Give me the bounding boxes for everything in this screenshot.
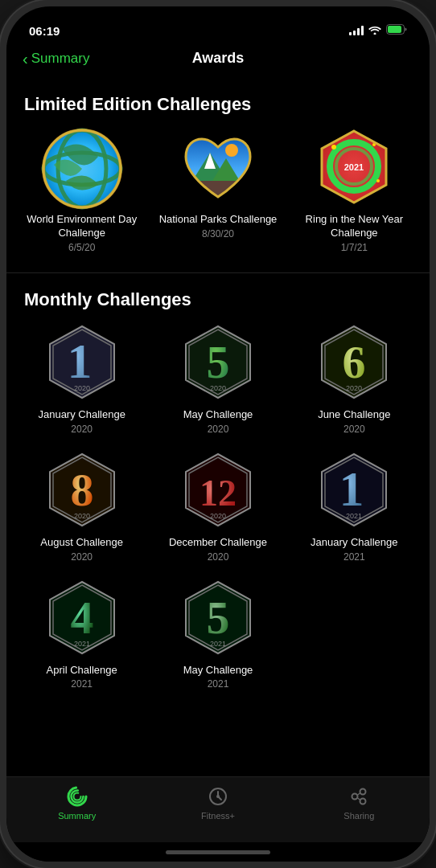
svg-point-65 bbox=[352, 794, 358, 800]
award-aug-2020-name: August Challenge bbox=[40, 536, 123, 550]
award-jan-2021[interactable]: 1 2021 January Challenge 2021 bbox=[290, 448, 418, 563]
back-label: Summary bbox=[31, 51, 90, 67]
svg-text:2021: 2021 bbox=[346, 512, 362, 520]
svg-line-68 bbox=[357, 793, 360, 796]
award-ring-new-year-date: 1/7/21 bbox=[341, 242, 368, 253]
svg-text:2021: 2021 bbox=[210, 640, 226, 648]
signal-bar-4 bbox=[361, 26, 364, 35]
svg-point-62 bbox=[73, 793, 80, 800]
award-may-2020-year: 2020 bbox=[208, 424, 229, 435]
phone-screen: 06:19 bbox=[6, 6, 430, 862]
monthly-awards-grid: 1 2020 January Challenge 2020 bbox=[6, 320, 430, 706]
award-national-parks[interactable]: National Parks Challenge 8/30/20 bbox=[154, 125, 282, 253]
home-indicator bbox=[6, 842, 430, 862]
award-may-2021-badge: 5 2021 bbox=[174, 575, 262, 664]
award-dec-2020-year: 2020 bbox=[208, 551, 229, 563]
sharing-tab-icon bbox=[348, 785, 370, 808]
svg-text:2020: 2020 bbox=[210, 512, 226, 520]
phone-frame: 06:19 bbox=[0, 0, 436, 868]
tab-fitness-plus[interactable]: Fitness+ bbox=[147, 785, 288, 821]
award-ring-new-year-name: Ring in the New Year Challenge bbox=[290, 213, 418, 240]
svg-text:2020: 2020 bbox=[74, 384, 90, 392]
award-world-env[interactable]: World Environment Day Challenge 6/5/20 bbox=[18, 125, 146, 253]
awards-scroll[interactable]: Limited Edition Challenges bbox=[6, 73, 430, 776]
signal-bar-3 bbox=[357, 28, 360, 35]
award-national-parks-badge bbox=[174, 125, 262, 213]
svg-point-16 bbox=[331, 145, 336, 149]
award-june-2020-name: June Challenge bbox=[318, 408, 390, 422]
award-aug-2020-badge: 8 2020 bbox=[38, 448, 126, 536]
limited-section-header: Limited Edition Challenges bbox=[6, 81, 430, 125]
signal-bar-2 bbox=[353, 31, 356, 35]
svg-text:2020: 2020 bbox=[346, 384, 362, 392]
status-icons bbox=[349, 24, 407, 37]
svg-text:8: 8 bbox=[70, 464, 93, 516]
award-aug-2020[interactable]: 8 2020 August Challenge 2020 bbox=[18, 448, 146, 563]
award-apr-2021-year: 2021 bbox=[71, 678, 93, 690]
award-jan-2020-name: January Challenge bbox=[38, 408, 125, 422]
notch bbox=[154, 6, 282, 31]
signal-bar-1 bbox=[349, 32, 352, 35]
screen: 06:19 bbox=[6, 6, 430, 862]
signal-icon bbox=[349, 26, 364, 35]
award-jan-2020-year: 2020 bbox=[71, 424, 93, 435]
award-dec-2020-name: December Challenge bbox=[169, 536, 267, 550]
section-divider bbox=[6, 272, 430, 273]
svg-text:5: 5 bbox=[206, 592, 229, 644]
award-jan-2020-badge: 1 2020 bbox=[38, 320, 126, 408]
svg-line-69 bbox=[357, 798, 360, 800]
award-may-2020[interactable]: 5 2020 May Challenge 2020 bbox=[154, 320, 282, 435]
svg-point-10 bbox=[225, 144, 238, 157]
tab-sharing-label: Sharing bbox=[343, 811, 374, 821]
tab-summary[interactable]: Summary bbox=[6, 785, 147, 821]
svg-text:12: 12 bbox=[199, 473, 237, 514]
nav-bar: ‹ Summary Awards bbox=[6, 45, 430, 73]
status-time: 06:19 bbox=[29, 24, 60, 38]
svg-text:2020: 2020 bbox=[74, 512, 90, 520]
award-may-2020-badge: 5 2020 bbox=[174, 320, 262, 408]
award-may-2021-year: 2021 bbox=[208, 678, 229, 690]
svg-text:2020: 2020 bbox=[210, 384, 226, 392]
award-jan-2021-year: 2021 bbox=[343, 551, 365, 563]
fitness-plus-tab-icon bbox=[207, 785, 229, 808]
summary-tab-icon bbox=[66, 785, 88, 808]
award-apr-2021-name: April Challenge bbox=[47, 664, 117, 678]
chevron-left-icon: ‹ bbox=[23, 51, 28, 67]
award-ring-new-year[interactable]: 2021 Ring in the New Year Challenge 1/7/… bbox=[290, 125, 418, 253]
award-dec-2020[interactable]: 12 2020 December Challenge 2020 bbox=[154, 448, 282, 563]
svg-point-18 bbox=[376, 179, 380, 182]
award-national-parks-date: 8/30/20 bbox=[202, 228, 234, 240]
award-jan-2021-badge: 1 2021 bbox=[310, 448, 398, 536]
svg-text:6: 6 bbox=[343, 336, 366, 388]
svg-point-67 bbox=[360, 799, 366, 805]
tab-fitness-plus-label: Fitness+ bbox=[201, 811, 235, 821]
award-national-parks-name: National Parks Challenge bbox=[159, 213, 278, 227]
svg-point-66 bbox=[360, 789, 366, 795]
svg-text:2021: 2021 bbox=[74, 640, 90, 648]
award-jan-2020[interactable]: 1 2020 January Challenge 2020 bbox=[18, 320, 146, 435]
award-apr-2021[interactable]: 4 2021 April Challenge 2021 bbox=[18, 575, 146, 690]
award-jan-2021-name: January Challenge bbox=[311, 536, 397, 550]
svg-point-64 bbox=[216, 795, 220, 798]
limited-awards-grid: World Environment Day Challenge 6/5/20 bbox=[6, 125, 430, 269]
battery-icon bbox=[386, 24, 407, 37]
award-world-env-name: World Environment Day Challenge bbox=[18, 213, 146, 240]
award-world-env-badge bbox=[38, 125, 126, 213]
back-button[interactable]: ‹ Summary bbox=[23, 51, 89, 67]
svg-rect-11 bbox=[186, 181, 250, 197]
monthly-section-header: Monthly Challenges bbox=[6, 276, 430, 320]
page-title: Awards bbox=[192, 50, 245, 67]
award-may-2020-name: May Challenge bbox=[183, 408, 253, 422]
svg-text:2021: 2021 bbox=[344, 162, 364, 172]
award-june-2020-year: 2020 bbox=[343, 424, 365, 435]
award-may-2021-name: May Challenge bbox=[183, 664, 253, 678]
award-may-2021[interactable]: 5 2021 May Challenge 2021 bbox=[154, 575, 282, 690]
award-june-2020[interactable]: 6 2020 June Challenge 2020 bbox=[290, 320, 418, 435]
tab-bar: Summary Fitness+ bbox=[6, 776, 430, 842]
award-world-env-date: 6/5/20 bbox=[68, 242, 95, 253]
award-apr-2021-badge: 4 2021 bbox=[38, 575, 126, 664]
svg-text:1: 1 bbox=[67, 334, 92, 388]
svg-text:1: 1 bbox=[339, 461, 364, 516]
svg-rect-1 bbox=[388, 26, 401, 33]
tab-sharing[interactable]: Sharing bbox=[289, 785, 430, 821]
